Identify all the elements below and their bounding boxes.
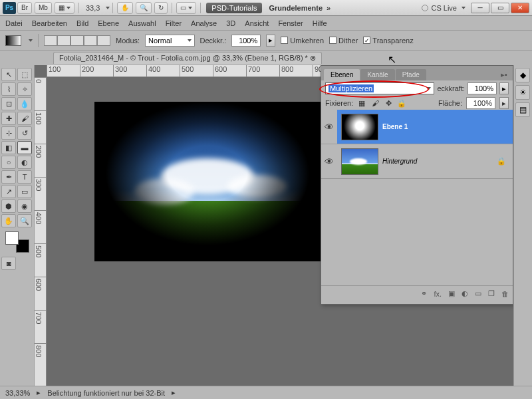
close-button[interactable]: ✕ bbox=[511, 3, 529, 13]
minimize-button[interactable]: ─ bbox=[471, 3, 489, 13]
color-swatches[interactable] bbox=[4, 230, 31, 254]
options-bar: Modus: Normal Deckkr.: 100% ▸ Umkehren D… bbox=[0, 31, 532, 51]
dodge-tool[interactable]: ◐ bbox=[17, 156, 32, 169]
hand-tool[interactable]: ✋ bbox=[1, 214, 16, 227]
layout-button[interactable]: ▦ bbox=[55, 2, 74, 14]
3d-tool[interactable]: ⬢ bbox=[1, 200, 16, 213]
quickmask-button[interactable]: ◙ bbox=[1, 257, 16, 270]
marquee-tool[interactable]: ⬚ bbox=[17, 68, 32, 81]
heal-tool[interactable]: ✚ bbox=[1, 112, 16, 125]
transparenz-checkbox[interactable]: ✓Transparenz bbox=[363, 37, 413, 45]
maximize-button[interactable]: ▭ bbox=[491, 3, 509, 13]
canvas-image[interactable] bbox=[94, 102, 321, 261]
type-tool[interactable]: T bbox=[17, 170, 32, 184]
deckkraft-input[interactable]: 100% bbox=[467, 82, 497, 94]
zoom-tool[interactable]: 🔍 bbox=[17, 214, 32, 227]
layers-panel-footer: ⚭ fx. ▣ ◐ ▭ ❐ 🗑 bbox=[321, 285, 513, 301]
deckkr-input[interactable]: 100% bbox=[231, 35, 261, 47]
close-tab-icon[interactable]: ⊗ bbox=[310, 54, 316, 62]
trash-icon[interactable]: 🗑 bbox=[501, 290, 509, 298]
adjustment-icon[interactable]: ◐ bbox=[462, 289, 468, 298]
menu-datei[interactable]: Datei bbox=[5, 19, 23, 27]
rotate-icon[interactable]: ↻ bbox=[154, 2, 168, 14]
canvas-area[interactable]: 100200300400500600700800900100011001200 … bbox=[35, 65, 513, 399]
eyedropper-tool[interactable]: 💧 bbox=[17, 97, 32, 110]
menu-ansicht[interactable]: Ansicht bbox=[245, 19, 269, 27]
brush-tool[interactable]: 🖌 bbox=[17, 112, 32, 125]
tab-pfade[interactable]: Pfade bbox=[396, 69, 426, 80]
menu-auswahl[interactable]: Auswahl bbox=[128, 19, 156, 27]
history-brush-tool[interactable]: ↺ bbox=[17, 126, 32, 140]
shape-tool[interactable]: ▭ bbox=[17, 185, 32, 198]
dock-swatches-icon[interactable]: ◆ bbox=[515, 68, 530, 82]
mask-icon[interactable]: ▣ bbox=[448, 289, 455, 298]
flaeche-label: Fläche: bbox=[438, 99, 462, 107]
deckkr-flyout[interactable]: ▸ bbox=[266, 35, 275, 47]
tab-kanaele[interactable]: Kanäle bbox=[360, 69, 394, 80]
menu-3d[interactable]: 3D bbox=[226, 19, 235, 27]
status-zoom[interactable]: 33,33% bbox=[5, 389, 30, 397]
wand-tool[interactable]: ✧ bbox=[17, 82, 32, 96]
screen-mode-button[interactable]: ▭ bbox=[176, 2, 196, 14]
psd-tutorials-label[interactable]: PSD-Tutorials bbox=[206, 3, 262, 13]
menu-fenster[interactable]: Fenster bbox=[278, 19, 303, 27]
gradient-tool[interactable]: ▬ bbox=[17, 141, 32, 154]
dither-checkbox[interactable]: Dither bbox=[329, 37, 358, 45]
menu-bearbeiten[interactable]: Bearbeiten bbox=[32, 19, 67, 27]
dock-layers-icon[interactable]: ▤ bbox=[515, 102, 530, 117]
bridge-button[interactable]: Br bbox=[17, 2, 32, 14]
app-logo[interactable]: Ps bbox=[3, 2, 16, 14]
umkehren-checkbox[interactable]: Umkehren bbox=[281, 37, 324, 45]
flaeche-input[interactable]: 100% bbox=[466, 97, 495, 109]
modus-label: Modus: bbox=[116, 37, 140, 45]
layer-name[interactable]: Ebene 1 bbox=[382, 123, 513, 130]
gradient-preview[interactable] bbox=[5, 35, 21, 46]
lock-all-icon[interactable]: 🔒 bbox=[397, 98, 406, 108]
crop-tool[interactable]: ⊡ bbox=[1, 97, 16, 110]
path-tool[interactable]: ↗ bbox=[1, 185, 16, 198]
group-icon[interactable]: ▭ bbox=[475, 289, 481, 298]
3d-cam-tool[interactable]: ◉ bbox=[17, 200, 32, 213]
chevron-right-icon[interactable]: » bbox=[327, 4, 331, 12]
lasso-tool[interactable]: ⌇ bbox=[1, 82, 16, 96]
layer-row[interactable]: 👁 Hintergrund 🔒 bbox=[321, 144, 513, 179]
fx-icon[interactable]: fx. bbox=[434, 290, 442, 298]
menu-bild[interactable]: Bild bbox=[76, 19, 88, 27]
blend-mode-dropdown[interactable]: Multiplizieren bbox=[325, 82, 434, 94]
document-tab[interactable]: Fotolia_2031464_M - © Trout - Fotolia.co… bbox=[53, 52, 322, 64]
lock-transparency-icon[interactable]: ▦ bbox=[357, 98, 366, 108]
layer-row[interactable]: 👁 Ebene 1 bbox=[321, 110, 513, 144]
visibility-icon[interactable]: 👁 bbox=[321, 156, 337, 167]
link-icon[interactable]: ⚭ bbox=[421, 289, 427, 298]
menu-ebene[interactable]: Ebene bbox=[98, 19, 119, 27]
eraser-tool[interactable]: ◧ bbox=[1, 141, 16, 154]
flaeche-flyout[interactable]: ▸ bbox=[499, 97, 509, 109]
layer-name[interactable]: Hintergrund bbox=[382, 158, 497, 165]
zoom-tool-icon[interactable]: 🔍 bbox=[136, 2, 152, 14]
zoom-level[interactable]: 33,3 bbox=[86, 4, 100, 12]
layer-thumbnail[interactable] bbox=[341, 114, 378, 140]
workspace-name[interactable]: Grundelemente bbox=[269, 4, 323, 12]
minibridge-button[interactable]: Mb bbox=[35, 2, 52, 14]
lock-paint-icon[interactable]: 🖌 bbox=[370, 98, 380, 108]
menu-hilfe[interactable]: Hilfe bbox=[313, 19, 327, 27]
tab-ebenen[interactable]: Ebenen bbox=[324, 69, 360, 80]
deckkraft-flyout[interactable]: ▸ bbox=[499, 82, 509, 94]
pen-tool[interactable]: ✒ bbox=[1, 170, 16, 184]
move-tool[interactable]: ↖ bbox=[1, 68, 16, 81]
cs-live[interactable]: CS Live bbox=[422, 4, 466, 12]
blur-tool[interactable]: ○ bbox=[1, 156, 16, 169]
panel-menu-icon[interactable]: ▸▪ bbox=[498, 69, 510, 80]
gradient-type-buttons[interactable] bbox=[44, 35, 110, 46]
dock-adjust-icon[interactable]: ☀ bbox=[515, 85, 530, 100]
menu-analyse[interactable]: Analyse bbox=[191, 19, 217, 27]
stamp-tool[interactable]: ⊹ bbox=[1, 126, 16, 140]
hand-tool-icon[interactable]: ✋ bbox=[117, 2, 133, 14]
lock-move-icon[interactable]: ✥ bbox=[384, 98, 393, 108]
status-message: Belichtung funktioniert nur bei 32-Bit bbox=[47, 389, 165, 397]
menu-filter[interactable]: Filter bbox=[166, 19, 182, 27]
layer-thumbnail[interactable] bbox=[341, 148, 378, 175]
visibility-icon[interactable]: 👁 bbox=[321, 110, 337, 144]
modus-dropdown[interactable]: Normal bbox=[145, 35, 194, 47]
new-layer-icon[interactable]: ❐ bbox=[488, 289, 495, 298]
